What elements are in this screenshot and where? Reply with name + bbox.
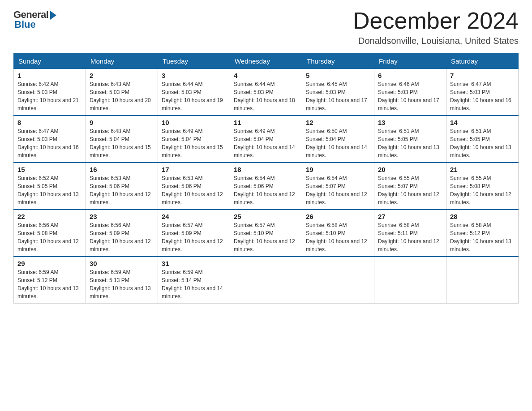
day-info: Sunrise: 6:55 AMSunset: 5:07 PMDaylight:… [378,174,442,206]
calendar-week-row: 8Sunrise: 6:47 AMSunset: 5:03 PMDaylight… [14,116,519,163]
calendar-cell [302,257,374,304]
calendar-cell [374,257,446,304]
calendar-cell: 23Sunrise: 6:56 AMSunset: 5:09 PMDayligh… [86,210,158,257]
calendar-cell: 24Sunrise: 6:57 AMSunset: 5:09 PMDayligh… [158,210,230,257]
day-number: 17 [162,166,226,173]
calendar-cell: 2Sunrise: 6:43 AMSunset: 5:03 PMDaylight… [86,69,158,116]
calendar-week-row: 29Sunrise: 6:59 AMSunset: 5:12 PMDayligh… [14,257,519,304]
day-info: Sunrise: 6:50 AMSunset: 5:04 PMDaylight:… [306,127,370,159]
day-number: 22 [17,213,82,220]
day-info: Sunrise: 6:48 AMSunset: 5:04 PMDaylight:… [90,127,154,159]
calendar-cell: 25Sunrise: 6:57 AMSunset: 5:10 PMDayligh… [230,210,302,257]
calendar-cell: 4Sunrise: 6:44 AMSunset: 5:03 PMDaylight… [230,69,302,116]
calendar-cell: 19Sunrise: 6:54 AMSunset: 5:07 PMDayligh… [302,163,374,210]
calendar-cell: 27Sunrise: 6:58 AMSunset: 5:11 PMDayligh… [374,210,446,257]
day-number: 2 [90,72,154,79]
day-number: 4 [234,72,298,79]
day-number: 11 [234,119,298,126]
calendar-cell [230,257,302,304]
day-info: Sunrise: 6:49 AMSunset: 5:04 PMDaylight:… [234,127,298,159]
day-info: Sunrise: 6:55 AMSunset: 5:08 PMDaylight:… [450,174,515,206]
day-info: Sunrise: 6:44 AMSunset: 5:03 PMDaylight:… [234,80,298,112]
calendar-cell: 20Sunrise: 6:55 AMSunset: 5:07 PMDayligh… [374,163,446,210]
day-info: Sunrise: 6:58 AMSunset: 5:11 PMDaylight:… [378,221,442,253]
title-section: December 2024 Donaldsonville, Louisiana,… [353,9,519,46]
day-number: 21 [450,166,515,173]
page-header: General Blue December 2024 Donaldsonvill… [13,9,519,46]
day-info: Sunrise: 6:58 AMSunset: 5:12 PMDaylight:… [450,221,515,253]
day-info: Sunrise: 6:49 AMSunset: 5:04 PMDaylight:… [162,127,226,159]
calendar-cell: 8Sunrise: 6:47 AMSunset: 5:03 PMDaylight… [14,116,86,163]
day-info: Sunrise: 6:47 AMSunset: 5:03 PMDaylight:… [450,80,515,112]
calendar-cell: 15Sunrise: 6:52 AMSunset: 5:05 PMDayligh… [14,163,86,210]
day-info: Sunrise: 6:44 AMSunset: 5:03 PMDaylight:… [162,80,226,112]
day-number: 19 [306,166,370,173]
calendar-cell: 9Sunrise: 6:48 AMSunset: 5:04 PMDaylight… [86,116,158,163]
day-info: Sunrise: 6:53 AMSunset: 5:06 PMDaylight:… [162,174,226,206]
day-number: 30 [90,260,154,267]
calendar-week-row: 22Sunrise: 6:56 AMSunset: 5:08 PMDayligh… [14,210,519,257]
day-number: 26 [306,213,370,220]
day-info: Sunrise: 6:47 AMSunset: 5:03 PMDaylight:… [17,127,82,159]
calendar-cell: 28Sunrise: 6:58 AMSunset: 5:12 PMDayligh… [446,210,519,257]
day-number: 8 [17,119,82,126]
calendar-table: SundayMondayTuesdayWednesdayThursdayFrid… [13,53,519,304]
calendar-week-row: 1Sunrise: 6:42 AMSunset: 5:03 PMDaylight… [14,69,519,116]
calendar-cell: 22Sunrise: 6:56 AMSunset: 5:08 PMDayligh… [14,210,86,257]
calendar-cell [446,257,519,304]
day-info: Sunrise: 6:58 AMSunset: 5:10 PMDaylight:… [306,221,370,253]
day-number: 16 [90,166,154,173]
calendar-cell: 6Sunrise: 6:46 AMSunset: 5:03 PMDaylight… [374,69,446,116]
calendar-cell: 13Sunrise: 6:51 AMSunset: 5:05 PMDayligh… [374,116,446,163]
day-number: 12 [306,119,370,126]
day-number: 18 [234,166,298,173]
calendar-cell: 10Sunrise: 6:49 AMSunset: 5:04 PMDayligh… [158,116,230,163]
day-number: 3 [162,72,226,79]
day-number: 27 [378,213,442,220]
day-info: Sunrise: 6:51 AMSunset: 5:05 PMDaylight:… [378,127,442,159]
month-year-title: December 2024 [353,9,519,32]
calendar-cell: 29Sunrise: 6:59 AMSunset: 5:12 PMDayligh… [14,257,86,304]
calendar-cell: 17Sunrise: 6:53 AMSunset: 5:06 PMDayligh… [158,163,230,210]
day-number: 28 [450,213,515,220]
day-info: Sunrise: 6:54 AMSunset: 5:07 PMDaylight:… [306,174,370,206]
day-number: 13 [378,119,442,126]
day-number: 23 [90,213,154,220]
day-number: 1 [17,72,82,79]
calendar-header-saturday: Saturday [446,54,519,69]
calendar-cell: 1Sunrise: 6:42 AMSunset: 5:03 PMDaylight… [14,69,86,116]
calendar-header-tuesday: Tuesday [158,54,230,69]
day-info: Sunrise: 6:54 AMSunset: 5:06 PMDaylight:… [234,174,298,206]
calendar-cell: 3Sunrise: 6:44 AMSunset: 5:03 PMDaylight… [158,69,230,116]
logo-blue-text: Blue [13,19,36,30]
calendar-header-thursday: Thursday [302,54,374,69]
calendar-header-wednesday: Wednesday [230,54,302,69]
calendar-cell: 26Sunrise: 6:58 AMSunset: 5:10 PMDayligh… [302,210,374,257]
day-number: 20 [378,166,442,173]
day-number: 10 [162,119,226,126]
day-info: Sunrise: 6:53 AMSunset: 5:06 PMDaylight:… [90,174,154,206]
calendar-header-monday: Monday [86,54,158,69]
day-number: 15 [17,166,82,173]
calendar-cell: 21Sunrise: 6:55 AMSunset: 5:08 PMDayligh… [446,163,519,210]
logo: General Blue [13,9,56,30]
day-info: Sunrise: 6:43 AMSunset: 5:03 PMDaylight:… [90,80,154,112]
day-number: 29 [17,260,82,267]
calendar-header-friday: Friday [374,54,446,69]
calendar-cell: 18Sunrise: 6:54 AMSunset: 5:06 PMDayligh… [230,163,302,210]
logo-arrow-icon [50,11,56,20]
day-number: 25 [234,213,298,220]
calendar-cell: 5Sunrise: 6:45 AMSunset: 5:03 PMDaylight… [302,69,374,116]
day-info: Sunrise: 6:51 AMSunset: 5:05 PMDaylight:… [450,127,515,159]
calendar-cell: 7Sunrise: 6:47 AMSunset: 5:03 PMDaylight… [446,69,519,116]
calendar-cell: 16Sunrise: 6:53 AMSunset: 5:06 PMDayligh… [86,163,158,210]
day-info: Sunrise: 6:46 AMSunset: 5:03 PMDaylight:… [378,80,442,112]
day-number: 5 [306,72,370,79]
day-info: Sunrise: 6:45 AMSunset: 5:03 PMDaylight:… [306,80,370,112]
calendar-cell: 11Sunrise: 6:49 AMSunset: 5:04 PMDayligh… [230,116,302,163]
calendar-week-row: 15Sunrise: 6:52 AMSunset: 5:05 PMDayligh… [14,163,519,210]
location-subtitle: Donaldsonville, Louisiana, United States [353,36,519,46]
day-info: Sunrise: 6:57 AMSunset: 5:09 PMDaylight:… [162,221,226,253]
calendar-cell: 31Sunrise: 6:59 AMSunset: 5:14 PMDayligh… [158,257,230,304]
day-number: 6 [378,72,442,79]
